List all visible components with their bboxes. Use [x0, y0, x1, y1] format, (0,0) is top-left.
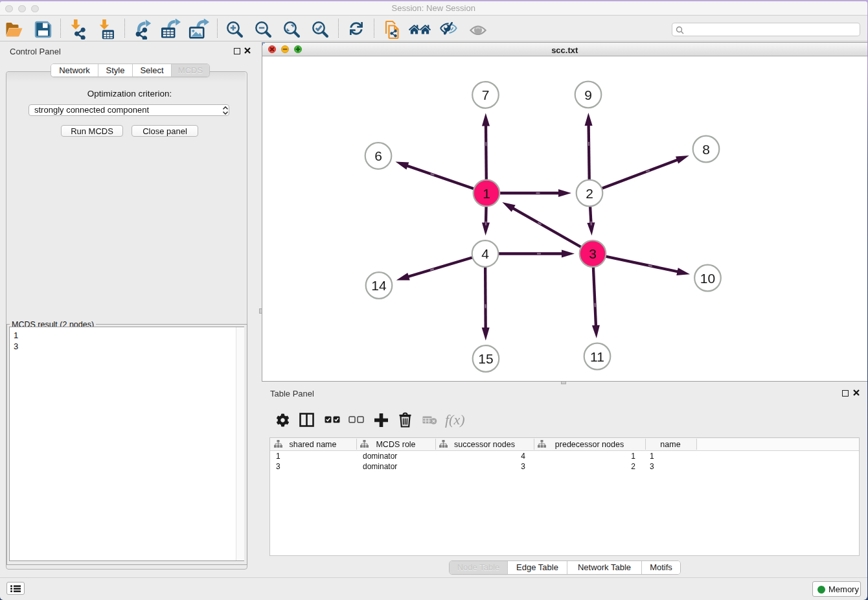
- svg-text:2: 2: [586, 185, 593, 200]
- svg-text:9: 9: [584, 87, 592, 102]
- svg-text:4: 4: [481, 246, 489, 261]
- svg-text:7: 7: [482, 87, 490, 102]
- svg-text:11: 11: [590, 349, 604, 363]
- svg-text:15: 15: [478, 351, 493, 366]
- svg-text:8: 8: [702, 141, 710, 156]
- svg-text:3: 3: [589, 246, 597, 261]
- svg-text:10: 10: [700, 270, 715, 285]
- svg-text:14: 14: [371, 278, 387, 293]
- svg-text:1: 1: [483, 185, 490, 200]
- svg-text:6: 6: [374, 148, 382, 163]
